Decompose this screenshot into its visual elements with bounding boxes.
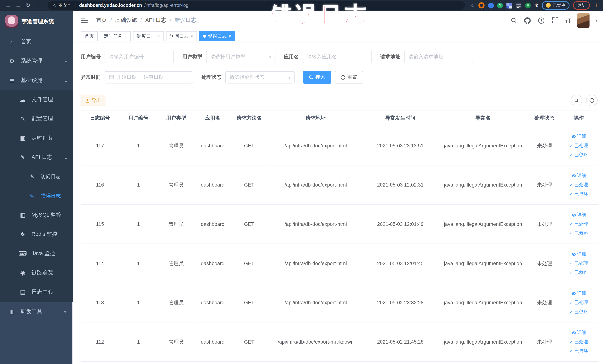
tab-home[interactable]: 首页: [81, 31, 98, 41]
avatar-caret-down-icon[interactable]: ▾: [596, 18, 598, 23]
bookmark-star-icon[interactable]: ☆: [470, 2, 475, 8]
browser-forward-icon[interactable]: →: [14, 1, 23, 10]
export-button[interactable]: 导出: [81, 94, 105, 106]
extension-paw-icon[interactable]: ✻: [534, 2, 538, 8]
sidebar-item-infrastructure[interactable]: ▤ 基础设施 ▴: [0, 71, 73, 90]
extension-green-y-icon[interactable]: Y: [497, 2, 503, 8]
search-button[interactable]: 搜索: [303, 71, 331, 84]
close-icon[interactable]: ×: [157, 34, 160, 39]
browser-back-icon[interactable]: ←: [4, 1, 12, 10]
sidebar-item-home[interactable]: ⌂ 首页: [0, 32, 73, 52]
breadcrumb-api-log[interactable]: API 日志: [145, 17, 166, 24]
help-icon[interactable]: ?: [538, 16, 545, 24]
sidebar-item-java-monitor[interactable]: ⌨ Java 监控: [0, 244, 73, 263]
user-id-input[interactable]: 请输入用户编号: [104, 51, 174, 63]
breadcrumb-home[interactable]: 首页: [96, 17, 107, 24]
address-bar[interactable]: ⚠ 不安全 dashboard.yudao.iocoder.cn /infra/…: [48, 1, 465, 10]
fullscreen-icon[interactable]: [551, 16, 559, 24]
github-icon[interactable]: [524, 16, 531, 24]
sidebar-item-label: 访问日志: [41, 173, 61, 180]
paused-badge[interactable]: 已暂停: [542, 1, 569, 10]
close-icon[interactable]: ×: [228, 34, 231, 39]
sidebar-item-file-management[interactable]: ☁ 文件管理: [0, 90, 73, 109]
sidebar-item-log-center[interactable]: ▤ 日志中心: [0, 282, 73, 302]
sidebar-item-error-log[interactable]: ✎ 错误日志: [0, 186, 73, 205]
extension-orange-icon[interactable]: [478, 2, 485, 8]
font-size-icon[interactable]: TT: [565, 17, 571, 23]
tab-label: 调度日志: [137, 33, 156, 39]
mark-ignored-link[interactable]: ✓已忽略: [569, 230, 588, 237]
mark-ignored-link[interactable]: ✓已忽略: [569, 309, 588, 315]
cell-exception-name: java.lang.IllegalArgumentException: [437, 205, 529, 244]
tab-schedule-log[interactable]: 调度日志 ×: [133, 31, 164, 41]
extension-blue-icon[interactable]: [488, 2, 494, 8]
sidebar-item-cron-jobs[interactable]: ▣ 定时任务: [0, 129, 73, 148]
browser-home-icon[interactable]: ⌂: [34, 1, 42, 10]
app-logo-row[interactable]: 芋道管理系统: [0, 11, 73, 32]
update-button[interactable]: 更新: [573, 1, 590, 10]
sidebar-item-redis-monitor[interactable]: ❖ Redis 监控: [0, 225, 73, 244]
cell-user-type: 管理员: [158, 283, 195, 322]
sidebar-item-system-management[interactable]: ⚙ 系统管理 ▾: [0, 52, 73, 71]
user-type-select[interactable]: 请选择用户类型 ▾: [206, 51, 275, 63]
sidebar-item-label: 日志中心: [32, 289, 53, 295]
exception-time-range-picker[interactable]: 开始日期 - 结束日期: [104, 71, 193, 83]
breadcrumb-infrastructure[interactable]: 基础设施: [115, 17, 137, 24]
browser-menu-icon[interactable]: ⋮: [594, 2, 599, 8]
sidebar-item-mysql-monitor[interactable]: ▦ MySQL 监控: [0, 205, 73, 225]
omnibox-divider: [75, 3, 75, 8]
mark-ignored-link[interactable]: ✓已忽略: [569, 191, 588, 197]
breadcrumb-error-log: 错误日志: [175, 17, 196, 24]
mark-processed-link[interactable]: ✓已处理: [569, 221, 588, 227]
sidebar-item-api-log[interactable]: ✎ API 日志 ▴: [0, 148, 73, 167]
svg-text:?: ?: [540, 18, 542, 23]
sidebar-item-label: API 日志: [32, 154, 52, 161]
eye-icon: [571, 134, 576, 139]
sidebar-item-config-management[interactable]: ✎ 配置管理: [0, 109, 73, 129]
eye-icon: [571, 252, 576, 257]
reset-button[interactable]: 重置: [335, 71, 363, 84]
sidebar-item-label: 研发工具: [21, 308, 42, 315]
extension-toggle-icon[interactable]: off: [516, 2, 522, 8]
tab-cron-jobs[interactable]: 定时任务 ×: [100, 31, 131, 41]
mark-processed-link[interactable]: ✓已处理: [569, 142, 588, 149]
detail-link[interactable]: 详细: [571, 172, 586, 179]
request-url-input[interactable]: 请输入请求地址: [404, 51, 473, 63]
detail-link[interactable]: 详细: [571, 290, 586, 297]
detail-link[interactable]: 详细: [571, 133, 586, 140]
mark-processed-link[interactable]: ✓已处理: [569, 299, 588, 306]
extension-sprout-icon[interactable]: [525, 2, 531, 8]
app-name-input[interactable]: 请输入应用名: [303, 51, 372, 63]
mark-ignored-link[interactable]: ✓已忽略: [569, 270, 588, 276]
process-status-select[interactable]: 请选择处理状态 ▾: [225, 71, 295, 83]
detail-link[interactable]: 详细: [571, 251, 586, 257]
mark-processed-link[interactable]: ✓已处理: [569, 182, 588, 188]
breadcrumb: 首页 / 基础设施 / API 日志 / 错误日志: [96, 17, 196, 24]
mark-processed-link[interactable]: ✓已处理: [569, 339, 588, 345]
sidebar-item-access-log[interactable]: ✎ 访问日志: [0, 167, 73, 186]
search-icon[interactable]: [510, 16, 517, 24]
tab-access-log[interactable]: 访问日志 ×: [166, 31, 197, 41]
hamburger-icon[interactable]: [81, 18, 88, 23]
browser-reload-icon[interactable]: ↻: [24, 1, 33, 10]
close-icon[interactable]: ×: [190, 34, 193, 39]
end-date-placeholder: 结束日期: [144, 74, 164, 81]
detail-link[interactable]: 详细: [571, 211, 586, 218]
avatar[interactable]: [577, 13, 590, 28]
table-row: 117 1 管理员 dashboard GET /api/infra/db-do…: [81, 126, 598, 165]
sidebar: 芋道管理系统 ⌂ 首页 ⚙ 系统管理 ▾ ▤ 基础设施 ▴ ☁ 文件管理: [0, 11, 73, 364]
detail-link[interactable]: 详细: [571, 329, 586, 336]
mark-processed-link[interactable]: ✓已处理: [569, 260, 588, 267]
mark-ignored-link[interactable]: ✓已忽略: [569, 152, 588, 158]
mark-ignored-link[interactable]: ✓已忽略: [569, 348, 588, 354]
sidebar-bottom-section: ▥ 研发工具 ▾: [0, 302, 73, 364]
breadcrumb-separator: /: [140, 17, 142, 23]
sidebar-item-trace[interactable]: ◉ 链路追踪: [0, 263, 73, 282]
search-toggle-button[interactable]: [571, 94, 582, 106]
extension-grid-icon[interactable]: [506, 2, 512, 8]
tab-error-log[interactable]: 错误日志 ×: [199, 31, 235, 41]
close-icon[interactable]: ×: [124, 34, 127, 39]
top-navbar: 首页 / 基础设施 / API 日志 / 错误日志 ?: [73, 11, 603, 30]
sidebar-item-dev-tools[interactable]: ▥ 研发工具 ▾: [0, 302, 72, 321]
refresh-button[interactable]: [586, 94, 598, 106]
